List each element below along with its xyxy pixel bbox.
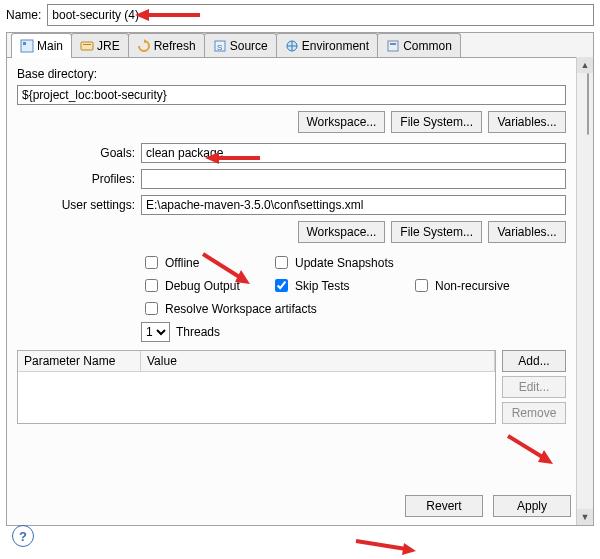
- offline-checkbox-label: Offline: [165, 256, 199, 270]
- tab-environment[interactable]: Environment: [276, 33, 378, 57]
- skip-tests-checkbox[interactable]: Skip Tests: [271, 276, 411, 295]
- tab-main-label: Main: [37, 39, 63, 53]
- parameters-table[interactable]: Parameter Name Value: [17, 350, 496, 424]
- base-directory-label: Base directory:: [17, 67, 566, 81]
- basedir-variables-button[interactable]: Variables...: [488, 111, 566, 133]
- parameters-col-value: Value: [141, 351, 495, 371]
- tab-jre[interactable]: JRE: [71, 33, 129, 57]
- skip-tests-checkbox-label: Skip Tests: [295, 279, 349, 293]
- svg-rect-0: [21, 40, 33, 52]
- threads-select[interactable]: 1: [141, 322, 170, 342]
- user-settings-label: User settings:: [17, 198, 135, 212]
- tab-common-label: Common: [403, 39, 452, 53]
- svg-rect-2: [81, 42, 93, 50]
- param-remove-button[interactable]: Remove: [502, 402, 566, 424]
- name-label: Name:: [6, 8, 41, 22]
- non-recursive-checkbox[interactable]: Non-recursive: [411, 276, 551, 295]
- profiles-label: Profiles:: [17, 172, 135, 186]
- debug-output-checkbox-label: Debug Output: [165, 279, 240, 293]
- tab-environment-label: Environment: [302, 39, 369, 53]
- tab-strip: Main JRE Refresh S Source Environment Co…: [7, 33, 593, 58]
- param-add-button[interactable]: Add...: [502, 350, 566, 372]
- scrollbar[interactable]: ▲ ▼: [576, 57, 593, 525]
- environment-tab-icon: [285, 39, 299, 53]
- param-edit-button[interactable]: Edit...: [502, 376, 566, 398]
- skip-tests-checkbox-input[interactable]: [275, 279, 288, 292]
- tab-jre-label: JRE: [97, 39, 120, 53]
- usersettings-workspace-button[interactable]: Workspace...: [298, 221, 386, 243]
- tab-refresh-label: Refresh: [154, 39, 196, 53]
- revert-button[interactable]: Revert: [405, 495, 483, 517]
- usersettings-variables-button[interactable]: Variables...: [488, 221, 566, 243]
- scroll-up-icon[interactable]: ▲: [577, 57, 593, 73]
- jre-tab-icon: [80, 39, 94, 53]
- resolve-workspace-checkbox-label: Resolve Workspace artifacts: [165, 302, 317, 316]
- svg-rect-1: [23, 42, 26, 45]
- tab-refresh[interactable]: Refresh: [128, 33, 205, 57]
- parameters-col-name: Parameter Name: [18, 351, 141, 371]
- basedir-workspace-button[interactable]: Workspace...: [298, 111, 386, 133]
- tab-source-label: Source: [230, 39, 268, 53]
- debug-output-checkbox[interactable]: Debug Output: [141, 276, 271, 295]
- svg-marker-19: [402, 543, 416, 555]
- scroll-down-icon[interactable]: ▼: [577, 509, 593, 525]
- offline-checkbox-input[interactable]: [145, 256, 158, 269]
- update-snapshots-checkbox-input[interactable]: [275, 256, 288, 269]
- update-snapshots-checkbox-label: Update Snapshots: [295, 256, 394, 270]
- update-snapshots-checkbox[interactable]: Update Snapshots: [271, 253, 411, 272]
- svg-text:S: S: [217, 43, 222, 52]
- user-settings-input[interactable]: [141, 195, 566, 215]
- annotation-arrow-close: [350, 535, 420, 559]
- svg-rect-9: [390, 43, 396, 45]
- help-icon[interactable]: ?: [12, 525, 34, 547]
- refresh-tab-icon: [137, 39, 151, 53]
- base-directory-input[interactable]: [17, 85, 566, 105]
- source-tab-icon: S: [213, 39, 227, 53]
- svg-rect-3: [83, 44, 91, 45]
- resolve-workspace-checkbox-input[interactable]: [145, 302, 158, 315]
- main-tab-icon: [20, 39, 34, 53]
- tab-main[interactable]: Main: [11, 33, 72, 57]
- tab-source[interactable]: S Source: [204, 33, 277, 57]
- debug-output-checkbox-input[interactable]: [145, 279, 158, 292]
- goals-input[interactable]: [141, 143, 566, 163]
- svg-line-18: [356, 541, 406, 549]
- resolve-workspace-checkbox[interactable]: Resolve Workspace artifacts: [141, 299, 551, 318]
- apply-button[interactable]: Apply: [493, 495, 571, 517]
- profiles-input[interactable]: [141, 169, 566, 189]
- common-tab-icon: [386, 39, 400, 53]
- usersettings-filesystem-button[interactable]: File System...: [391, 221, 482, 243]
- non-recursive-checkbox-label: Non-recursive: [435, 279, 510, 293]
- tab-common[interactable]: Common: [377, 33, 461, 57]
- svg-rect-8: [388, 41, 398, 51]
- threads-label: Threads: [176, 325, 220, 339]
- goals-label: Goals:: [17, 146, 135, 160]
- non-recursive-checkbox-input[interactable]: [415, 279, 428, 292]
- name-input[interactable]: [47, 4, 594, 26]
- basedir-filesystem-button[interactable]: File System...: [391, 111, 482, 133]
- scroll-thumb[interactable]: [587, 73, 589, 135]
- offline-checkbox[interactable]: Offline: [141, 253, 271, 272]
